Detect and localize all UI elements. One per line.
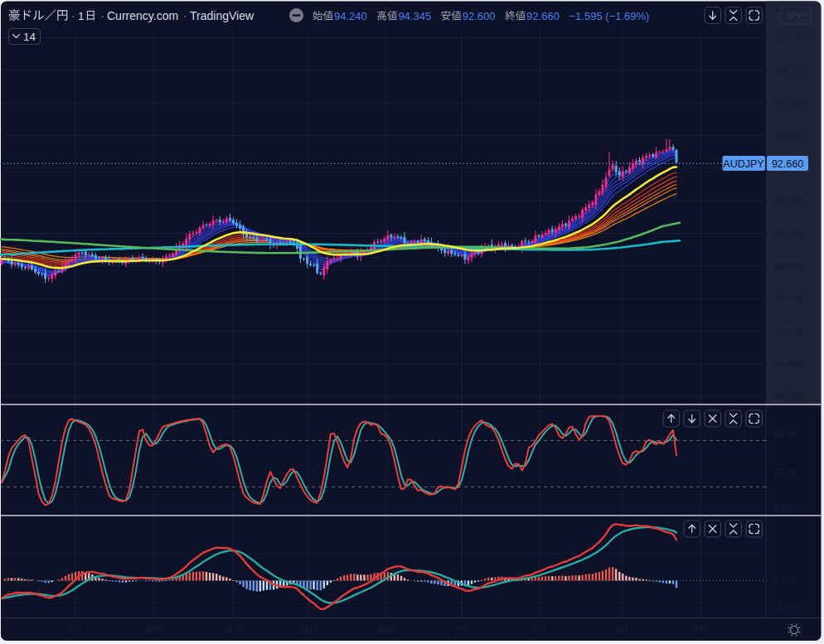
svg-text:11: 11: [223, 624, 233, 634]
svg-text:0.000: 0.000: [773, 576, 797, 586]
svg-text:68.000: 68.000: [773, 359, 802, 369]
svg-text:108.000: 108.000: [773, 32, 808, 42]
svg-text:·: ·: [100, 9, 104, 22]
svg-text:−1.595 (−1.69%): −1.595 (−1.69%): [570, 10, 650, 22]
svg-text:4: 4: [614, 624, 620, 634]
svg-text:9: 9: [68, 624, 73, 634]
svg-text:-1.000: -1.000: [773, 603, 801, 613]
svg-text:104.000: 104.000: [773, 65, 808, 75]
svg-text:92.600: 92.600: [463, 10, 496, 22]
svg-text:2: 2: [454, 624, 459, 634]
svg-text:JPY: JPY: [785, 11, 802, 21]
svg-text:Currency.com: Currency.com: [107, 9, 178, 22]
svg-text:92.660: 92.660: [772, 158, 803, 170]
svg-text:64.000: 64.000: [773, 391, 802, 401]
svg-text:5: 5: [693, 624, 698, 634]
svg-text:80.000: 80.000: [773, 261, 802, 271]
svg-text:0.00: 0.00: [773, 504, 792, 514]
svg-text:10: 10: [144, 624, 155, 634]
svg-text:84.000: 84.000: [773, 229, 802, 239]
svg-text:92.660: 92.660: [526, 10, 560, 22]
svg-text:14: 14: [23, 31, 36, 43]
svg-text:AUDJPY: AUDJPY: [723, 158, 764, 170]
svg-text:40.00: 40.00: [773, 467, 797, 477]
svg-text:94.240: 94.240: [334, 10, 367, 22]
svg-text:3: 3: [532, 624, 537, 634]
svg-text:·: ·: [183, 9, 187, 22]
svg-text:94.345: 94.345: [398, 10, 431, 22]
svg-text:96.000: 96.000: [773, 131, 802, 141]
svg-text:80.00: 80.00: [773, 429, 797, 439]
svg-text:100.000: 100.000: [773, 98, 808, 108]
svg-text:88.000: 88.000: [773, 196, 802, 206]
svg-text:1: 1: [78, 10, 85, 22]
svg-text:TradingView: TradingView: [190, 9, 254, 22]
svg-text:·: ·: [71, 9, 75, 22]
svg-text:12: 12: [298, 624, 309, 634]
svg-text:76.000: 76.000: [773, 293, 802, 303]
svg-text:72.000: 72.000: [773, 327, 802, 337]
svg-text:2022: 2022: [376, 624, 397, 634]
